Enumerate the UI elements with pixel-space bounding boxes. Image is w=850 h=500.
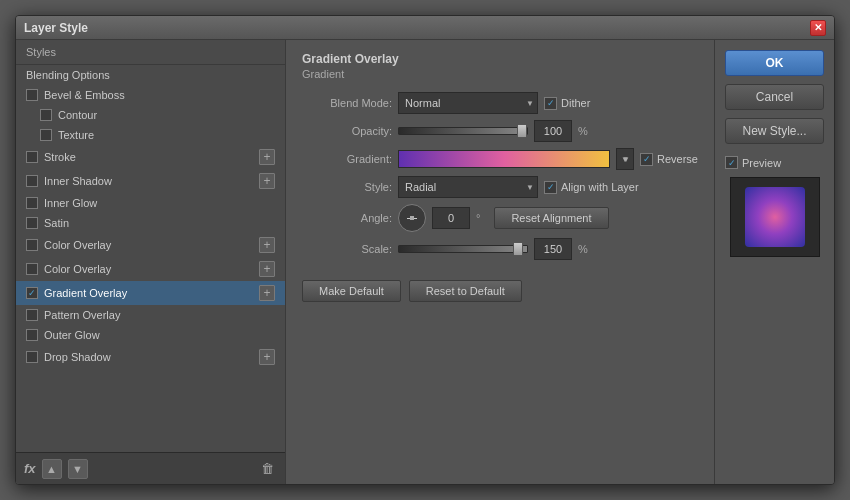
move-up-button[interactable]: ▲	[42, 459, 62, 479]
inner-shadow-label: Inner Shadow	[44, 175, 259, 187]
fx-label: fx	[24, 461, 36, 476]
sidebar-item-bevel-emboss[interactable]: Bevel & Emboss	[16, 85, 285, 105]
bevel-emboss-label: Bevel & Emboss	[44, 89, 275, 101]
blend-mode-label: Blend Mode:	[302, 97, 392, 109]
close-button[interactable]: ✕	[810, 20, 826, 36]
sidebar-item-stroke[interactable]: Stroke +	[16, 145, 285, 169]
reset-default-button[interactable]: Reset to Default	[409, 280, 522, 302]
style-label: Style:	[302, 181, 392, 193]
sidebar-item-inner-shadow[interactable]: Inner Shadow +	[16, 169, 285, 193]
reverse-label: Reverse	[657, 153, 698, 165]
outer-glow-checkbox[interactable]	[26, 329, 38, 341]
dither-checkbox[interactable]: ✓	[544, 97, 557, 110]
sidebar-item-blending-options[interactable]: Blending Options	[16, 65, 285, 85]
bevel-emboss-checkbox[interactable]	[26, 89, 38, 101]
gradient-label: Gradient:	[302, 153, 392, 165]
action-buttons: Make Default Reset to Default	[302, 272, 698, 302]
pattern-overlay-label: Pattern Overlay	[44, 309, 275, 321]
make-default-button[interactable]: Make Default	[302, 280, 401, 302]
title-bar: Layer Style ✕	[16, 16, 834, 40]
sidebar-item-texture[interactable]: Texture	[16, 125, 285, 145]
color-overlay-2-checkbox[interactable]	[26, 263, 38, 275]
preview-label: Preview	[742, 157, 781, 169]
sidebar-item-color-overlay-1[interactable]: Color Overlay +	[16, 233, 285, 257]
sidebar-header: Styles	[16, 40, 285, 65]
stroke-add-button[interactable]: +	[259, 149, 275, 165]
scale-label: Scale:	[302, 243, 392, 255]
preview-gradient	[745, 187, 805, 247]
texture-checkbox[interactable]	[40, 129, 52, 141]
angle-dial[interactable]	[398, 204, 426, 232]
sidebar-item-color-overlay-2[interactable]: Color Overlay +	[16, 257, 285, 281]
color-overlay-1-add-button[interactable]: +	[259, 237, 275, 253]
pattern-overlay-checkbox[interactable]	[26, 309, 38, 321]
dither-checkbox-label[interactable]: ✓ Dither	[544, 97, 590, 110]
texture-label: Texture	[58, 129, 275, 141]
move-down-button[interactable]: ▼	[68, 459, 88, 479]
satin-label: Satin	[44, 217, 275, 229]
align-layer-checkbox[interactable]: ✓	[544, 181, 557, 194]
layer-style-dialog: Layer Style ✕ Styles Blending Options Be…	[15, 15, 835, 485]
stroke-checkbox[interactable]	[26, 151, 38, 163]
sidebar-bottom-bar: fx ▲ ▼ 🗑	[16, 452, 285, 484]
color-overlay-1-label: Color Overlay	[44, 239, 259, 251]
inner-shadow-checkbox[interactable]	[26, 175, 38, 187]
angle-input[interactable]	[432, 207, 470, 229]
gradient-preview[interactable]	[398, 150, 610, 168]
cancel-button[interactable]: Cancel	[725, 84, 824, 110]
preview-checkbox-label[interactable]: ✓ Preview	[725, 156, 824, 169]
new-style-button[interactable]: New Style...	[725, 118, 824, 144]
stroke-label: Stroke	[44, 151, 259, 163]
gradient-overlay-checkbox[interactable]: ✓	[26, 287, 38, 299]
inner-shadow-add-button[interactable]: +	[259, 173, 275, 189]
inner-glow-checkbox[interactable]	[26, 197, 38, 209]
gradient-overlay-add-button[interactable]: +	[259, 285, 275, 301]
main-content: Gradient Overlay Gradient Blend Mode: No…	[286, 40, 714, 484]
color-overlay-2-label: Color Overlay	[44, 263, 259, 275]
opacity-label: Opacity:	[302, 125, 392, 137]
dither-label: Dither	[561, 97, 590, 109]
gradient-overlay-label: Gradient Overlay	[44, 287, 259, 299]
contour-checkbox[interactable]	[40, 109, 52, 121]
style-dropdown[interactable]: Linear Radial Angle Reflected Diamond	[398, 176, 538, 198]
delete-button[interactable]: 🗑	[257, 459, 277, 479]
drop-shadow-checkbox[interactable]	[26, 351, 38, 363]
sidebar-item-pattern-overlay[interactable]: Pattern Overlay	[16, 305, 285, 325]
scale-thumb[interactable]	[513, 242, 523, 256]
drop-shadow-add-button[interactable]: +	[259, 349, 275, 365]
sidebar-item-gradient-overlay[interactable]: ✓ Gradient Overlay +	[16, 281, 285, 305]
dialog-body: Styles Blending Options Bevel & Emboss C…	[16, 40, 834, 484]
sidebar-item-inner-glow[interactable]: Inner Glow	[16, 193, 285, 213]
right-panel: OK Cancel New Style... ✓ Preview	[714, 40, 834, 484]
sidebar-scroll: Styles Blending Options Bevel & Emboss C…	[16, 40, 285, 452]
blending-options-label: Blending Options	[26, 69, 275, 81]
gradient-dropdown-arrow[interactable]: ▼	[616, 148, 634, 170]
satin-checkbox[interactable]	[26, 217, 38, 229]
contour-label: Contour	[58, 109, 275, 121]
blend-mode-dropdown[interactable]: Normal Dissolve Multiply Screen	[398, 92, 538, 114]
color-overlay-2-add-button[interactable]: +	[259, 261, 275, 277]
sidebar-item-satin[interactable]: Satin	[16, 213, 285, 233]
sidebar: Styles Blending Options Bevel & Emboss C…	[16, 40, 286, 484]
opacity-unit: %	[578, 125, 588, 137]
align-layer-checkbox-label[interactable]: ✓ Align with Layer	[544, 181, 639, 194]
preview-checkbox[interactable]: ✓	[725, 156, 738, 169]
scale-unit: %	[578, 243, 588, 255]
blend-mode-dropdown-wrapper: Normal Dissolve Multiply Screen	[398, 92, 538, 114]
scale-slider[interactable]	[398, 245, 528, 253]
reverse-checkbox-label[interactable]: ✓ Reverse	[640, 153, 698, 166]
reset-alignment-button[interactable]: Reset Alignment	[494, 207, 608, 229]
scale-input[interactable]	[534, 238, 572, 260]
inner-glow-label: Inner Glow	[44, 197, 275, 209]
opacity-thumb[interactable]	[517, 124, 527, 138]
opacity-input[interactable]	[534, 120, 572, 142]
section-title: Gradient Overlay	[302, 52, 698, 66]
color-overlay-1-checkbox[interactable]	[26, 239, 38, 251]
reverse-checkbox[interactable]: ✓	[640, 153, 653, 166]
ok-button[interactable]: OK	[725, 50, 824, 76]
drop-shadow-label: Drop Shadow	[44, 351, 259, 363]
opacity-slider[interactable]	[398, 127, 528, 135]
sidebar-item-contour[interactable]: Contour	[16, 105, 285, 125]
sidebar-item-drop-shadow[interactable]: Drop Shadow +	[16, 345, 285, 369]
sidebar-item-outer-glow[interactable]: Outer Glow	[16, 325, 285, 345]
